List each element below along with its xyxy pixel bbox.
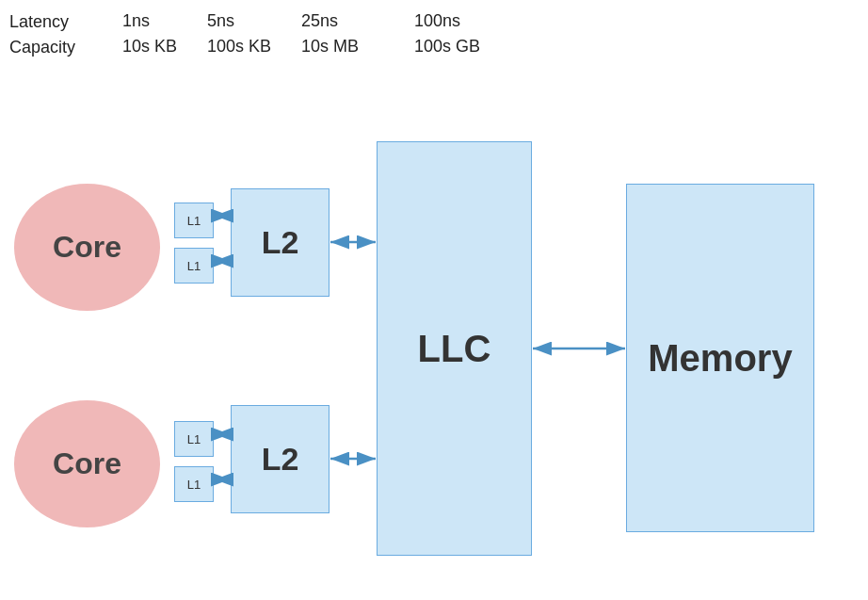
capacity-100skb: 100s KB xyxy=(207,35,301,60)
header-table: Latency Capacity 1ns 10s KB 5ns 100s KB … xyxy=(9,9,480,60)
capacity-100sgb: 100s GB xyxy=(414,35,480,60)
capacity-10skb: 10s KB xyxy=(122,35,207,60)
latency-100ns: 100ns xyxy=(414,9,480,35)
diagram: Core Core L1 L1 L1 L1 L2 L2 LLC Memory xyxy=(0,89,868,600)
latency-capacity-label: Latency Capacity xyxy=(9,9,122,60)
capacity-10smb: 10s MB xyxy=(301,35,414,60)
latency-1ns: 1ns xyxy=(122,9,207,35)
latency-25ns: 25ns xyxy=(301,9,414,35)
latency-5ns: 5ns xyxy=(207,9,301,35)
arrows-svg xyxy=(0,89,868,600)
